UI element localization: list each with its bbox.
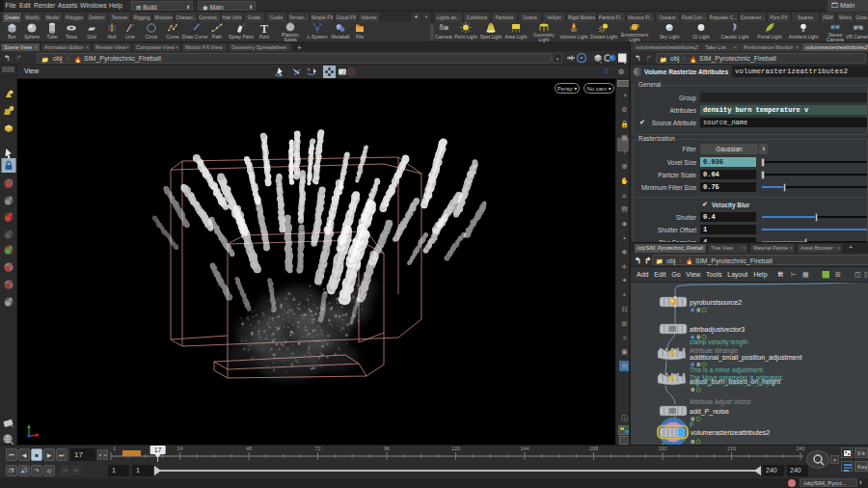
svg-text:Spray Paint: Spray Paint: [229, 34, 254, 40]
svg-text:clamp velocity length: clamp velocity length: [690, 339, 748, 346]
svg-text:Path: Path: [212, 34, 223, 40]
svg-text:attribadjustvector3: attribadjustvector3: [690, 326, 745, 334]
svg-text:24: 24: [176, 446, 182, 451]
svg-text:Font: Font: [259, 34, 270, 40]
svg-text:Sphere: Sphere: [24, 34, 40, 40]
svg-text:Light: Light: [630, 37, 640, 42]
svg-text:168: 168: [589, 446, 598, 451]
svg-text:Curve: Curve: [166, 34, 179, 40]
svg-text:120: 120: [451, 446, 460, 451]
svg-text:Solids: Solids: [284, 37, 297, 42]
svg-text:P: P: [690, 421, 693, 428]
svg-text:17: 17: [154, 447, 162, 453]
svg-text:VR Camera: VR Camera: [846, 34, 868, 40]
svg-text:Volume Light: Volume Light: [560, 34, 589, 40]
svg-text:Circle: Circle: [146, 34, 158, 40]
svg-text:240: 240: [796, 446, 804, 451]
svg-text:96: 96: [384, 446, 390, 451]
svg-text:Ambient Light: Ambient Light: [789, 34, 819, 40]
svg-text:File: File: [356, 34, 364, 40]
svg-text:add_P_noise: add_P_noise: [690, 408, 729, 416]
svg-text:Point Light: Point Light: [454, 34, 477, 40]
svg-text:Torus: Torus: [66, 34, 78, 40]
svg-text:volumerasterizeattributes2: volumerasterizeattributes2: [691, 429, 770, 436]
svg-text:Box: Box: [8, 34, 16, 40]
svg-text:72: 72: [314, 446, 320, 451]
svg-text:Draw Curve: Draw Curve: [182, 34, 208, 40]
svg-text:Portal Light: Portal Light: [757, 34, 782, 40]
svg-text:Spot Light: Spot Light: [480, 34, 502, 40]
svg-text:adjust_burn_based_on_height ..: adjust_burn_based_on_height ...: [690, 379, 781, 387]
svg-text:1: 1: [113, 446, 116, 451]
svg-text:Line: Line: [125, 34, 135, 40]
svg-text:Light: Light: [539, 37, 550, 42]
svg-text:Metaball: Metaball: [332, 34, 350, 40]
svg-text:192: 192: [658, 446, 666, 451]
svg-text:48: 48: [246, 446, 252, 451]
svg-text:Area Light: Area Light: [505, 34, 528, 40]
svg-text:144: 144: [520, 446, 529, 451]
svg-text:Tube: Tube: [46, 34, 57, 40]
svg-text:L-System: L-System: [307, 34, 327, 40]
svg-text:GI Light: GI Light: [692, 34, 710, 40]
svg-text:Sky Light: Sky Light: [660, 34, 680, 40]
svg-text:Grid: Grid: [87, 34, 96, 40]
svg-text:216: 216: [727, 446, 736, 451]
svg-text:Caustic Light: Caustic Light: [721, 34, 750, 40]
svg-text:Camera: Camera: [827, 37, 844, 42]
svg-text:Null: Null: [108, 34, 117, 40]
svg-text:Attribute Adjust Vector: Attribute Adjust Vector: [690, 398, 752, 406]
svg-text:pyroburstsource2: pyroburstsource2: [690, 299, 742, 307]
svg-text:Distant Light: Distant Light: [590, 34, 617, 40]
svg-text:Camera: Camera: [435, 34, 452, 40]
svg-text:additional_small_position_adju: additional_small_position_adjustment: [690, 354, 801, 362]
